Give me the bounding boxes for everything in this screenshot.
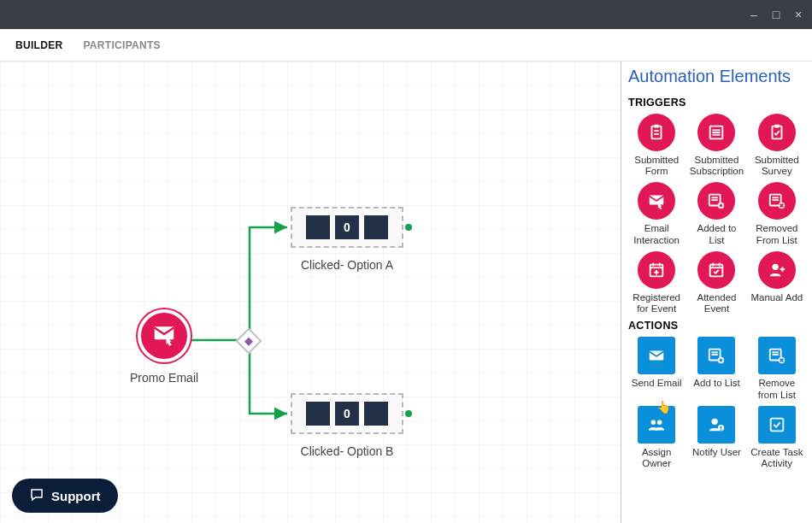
palette-item-label: Removed From List [749,223,805,245]
palette-item-label: Create Task Activity [749,447,805,469]
chat-icon [29,487,44,505]
palette-item-label: Remove from List [749,378,805,400]
palette-item-label: Submitted Survey [749,155,805,177]
calendar-check-icon [697,251,735,289]
drop-slot[interactable]: 0 [291,207,403,248]
palette-item-label: Attended Event [688,292,744,314]
palette-item-label: Send Email [632,378,682,389]
trigger-circle[interactable] [138,309,191,362]
calendar-plus-icon [638,251,675,289]
branch-slot-b[interactable]: 0 Clicked- Option B [291,393,403,458]
list-add-icon [697,182,735,220]
palette-item-label: Add to List [693,378,739,389]
palette-item[interactable]: Notify User [688,406,744,469]
palette-item[interactable]: Removed From List [749,182,805,245]
slot-count: 0 [335,402,359,426]
list-remove-icon [758,182,796,220]
minimize-button[interactable]: – [747,8,761,21]
user-alert-icon [697,406,735,444]
automation-elements-panel: Automation Elements TRIGGERS Submitted F… [621,62,812,523]
slot-chip [364,402,388,426]
triggers-heading: TRIGGERS [628,97,805,109]
branch-label: Clicked- Option A [291,258,403,272]
tab-bar: BUILDER PARTICIPANTS [0,29,812,62]
branch-slot-a[interactable]: 0 Clicked- Option A [291,207,403,272]
palette-item[interactable]: Submitted Survey [749,114,805,177]
drop-slot[interactable]: 0 [291,393,403,434]
tab-builder[interactable]: BUILDER [15,39,62,51]
automation-canvas[interactable]: Promo Email 0 Clicked- Option A 0 Clicke… [0,62,621,523]
slot-chip [306,402,330,426]
envelope-click-icon [638,182,675,220]
branch-label: Clicked- Option B [291,444,403,458]
clipboard-check-icon [758,114,796,151]
palette-item[interactable]: Submitted Subscription [688,114,744,177]
slot-chip [364,215,388,239]
palette-item-label: Notify User [692,447,741,458]
list-add-icon [697,337,735,374]
palette-item[interactable]: Email Interaction [628,182,685,245]
palette-item[interactable]: Add to List [688,337,744,400]
clipboard-icon [638,114,675,151]
palette-item[interactable]: Submitted Form [628,114,685,177]
actions-heading: ACTIONS [628,320,805,332]
envelope-click-icon [151,321,177,350]
tab-participants[interactable]: PARTICIPANTS [83,39,161,51]
palette-item[interactable]: Create Task Activity [749,406,805,469]
palette-item[interactable]: Remove from List [749,337,805,400]
maximize-button[interactable]: □ [769,8,783,21]
user-plus-icon [758,251,796,289]
palette-item-label: Assign Owner [628,447,685,469]
palette-item-label: Email Interaction [628,223,685,245]
palette-item[interactable]: Registered for Event [628,251,685,314]
decision-node[interactable] [235,327,262,354]
palette-item[interactable]: Attended Event [688,251,744,314]
palette-item[interactable]: Manual Add [749,251,805,314]
output-port[interactable] [405,410,412,417]
palette-item-label: Added to List [688,223,744,245]
panel-title: Automation Elements [628,65,805,93]
list-remove-icon [758,337,796,374]
close-button[interactable]: × [791,8,805,21]
users-icon [638,406,675,444]
palette-item[interactable]: Assign Owner [628,406,685,469]
support-button[interactable]: Support [12,479,118,513]
trigger-label: Promo Email [130,371,198,385]
palette-item-label: Manual Add [750,292,803,303]
envelope-icon [638,337,675,374]
palette-item[interactable]: Added to List [688,182,744,245]
titlebar: – □ × [0,0,812,29]
slot-chip [306,215,330,239]
output-port[interactable] [405,224,412,231]
support-label: Support [51,489,101,503]
list-icon [697,114,735,151]
palette-item-label: Registered for Event [628,292,685,314]
palette-item[interactable]: Send Email [628,337,685,400]
check-square-icon [758,406,796,444]
trigger-node[interactable]: Promo Email [130,309,198,385]
palette-item-label: Submitted Form [628,155,685,177]
slot-count: 0 [335,215,359,239]
palette-item-label: Submitted Subscription [688,155,744,177]
